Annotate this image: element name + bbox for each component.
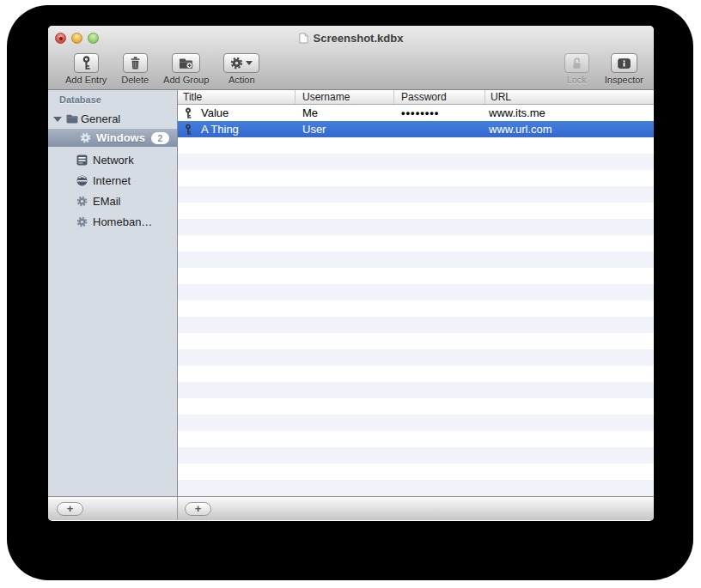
lock-button: Lock <box>564 53 589 85</box>
key-icon <box>81 56 92 70</box>
globe-icon <box>76 175 88 186</box>
title-area: Screenshot.kdbx <box>48 26 654 50</box>
lock-open-icon <box>571 57 582 70</box>
gear-icon <box>76 216 88 227</box>
entry-username: Me <box>296 105 394 121</box>
entry-table: Title Username Password URL Value Me •••… <box>178 90 654 496</box>
table-row-selected[interactable]: A Thing User www.url.com <box>178 121 654 137</box>
sidebar-item-network[interactable]: Network <box>48 151 177 169</box>
network-icon <box>76 155 88 166</box>
delete-button[interactable]: Delete <box>121 53 149 85</box>
sidebar-section-header: Database <box>59 94 101 105</box>
key-icon <box>184 124 192 136</box>
trash-icon <box>130 57 141 70</box>
add-group-plus-button[interactable]: + <box>57 502 83 516</box>
folder-icon <box>65 114 78 124</box>
column-header-password[interactable]: Password <box>394 90 485 104</box>
sidebar-item-windows[interactable]: Windows 2 <box>48 129 177 147</box>
add-entry-plus-button[interactable]: + <box>185 502 211 516</box>
document-proxy-icon <box>299 33 308 44</box>
disclosure-triangle-icon[interactable] <box>53 117 62 122</box>
titlebar[interactable]: Screenshot.kdbx <box>48 26 654 50</box>
column-header-title[interactable]: Title <box>178 90 296 104</box>
entry-url: www.url.com <box>485 121 654 137</box>
entry-title: Value <box>201 106 229 119</box>
action-button[interactable]: Action <box>223 53 259 85</box>
key-icon <box>184 107 192 119</box>
entry-password-masked: •••••••• <box>394 105 485 121</box>
window-title: Screenshot.kdbx <box>314 32 404 45</box>
gear-icon <box>76 196 88 207</box>
entry-title: A Thing <box>201 123 239 136</box>
column-header-url[interactable]: URL <box>485 90 654 104</box>
bottom-bar: + + <box>48 496 654 520</box>
group-sidebar: Database General Windows 2 Network <box>48 90 178 496</box>
entry-count-badge: 2 <box>151 132 169 144</box>
column-header-username[interactable]: Username <box>296 90 394 104</box>
add-entry-button[interactable]: Add Entry <box>65 53 107 85</box>
entry-password-masked <box>394 121 485 137</box>
chevron-down-icon <box>246 61 253 65</box>
entry-rows-area[interactable]: Value Me •••••••• www.its.me A Thing Use… <box>178 105 654 496</box>
inspector-icon <box>618 58 631 69</box>
gear-icon <box>230 57 243 70</box>
table-row[interactable]: Value Me •••••••• www.its.me <box>178 105 654 121</box>
sidebar-item-general[interactable]: General <box>48 110 177 128</box>
app-window: Screenshot.kdbx Add Entry Delete <box>48 26 654 521</box>
entry-username: User <box>296 121 394 137</box>
toolbar: Add Entry Delete Add Group <box>48 50 654 90</box>
table-header: Title Username Password URL <box>178 90 654 105</box>
inspector-button[interactable]: Inspector <box>605 53 643 85</box>
add-group-button[interactable]: Add Group <box>163 53 209 85</box>
sidebar-item-email[interactable]: EMail <box>48 192 177 210</box>
sidebar-item-internet[interactable]: Internet <box>48 172 177 190</box>
gear-icon <box>79 132 92 143</box>
entry-url: www.its.me <box>485 105 654 121</box>
sidebar-item-homebanking[interactable]: Homeban… <box>48 213 177 231</box>
folder-plus-icon <box>179 58 193 70</box>
